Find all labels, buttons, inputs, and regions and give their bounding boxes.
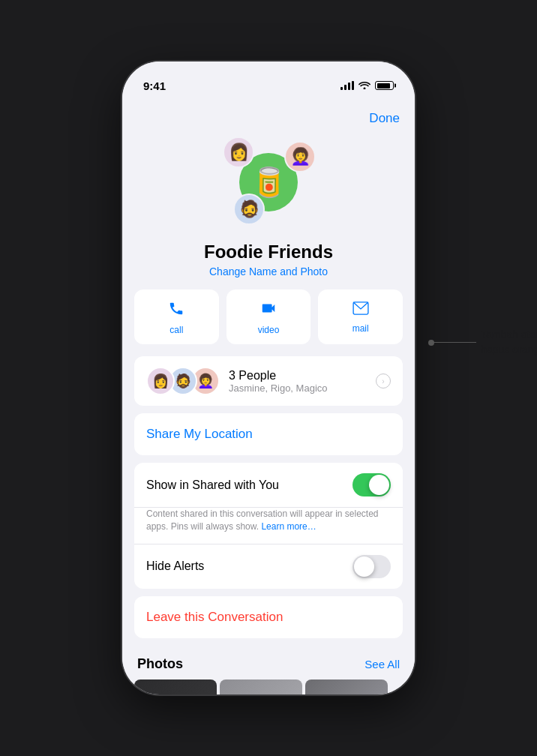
- call-label: call: [170, 325, 183, 335]
- wifi-icon: [358, 80, 370, 92]
- status-time: 9:41: [143, 80, 166, 92]
- call-icon: [168, 300, 184, 320]
- call-button[interactable]: call: [134, 290, 219, 344]
- chevron-right-icon: ›: [376, 374, 391, 388]
- people-row[interactable]: 👩 🧔 👩‍🦱 3 People Jasmine, Rigo, Magico ›: [134, 356, 403, 406]
- leave-conversation-card[interactable]: Leave this Conversation: [134, 596, 403, 638]
- toggle-thumb-on: [369, 475, 389, 495]
- video-label: video: [258, 325, 280, 335]
- photos-row: 👩: [134, 680, 403, 694]
- photos-title: Photos: [137, 656, 183, 672]
- avatar-top-left: 👩: [223, 136, 254, 168]
- action-buttons-row: call video: [134, 290, 403, 344]
- toggle-thumb-off: [354, 556, 374, 577]
- signal-icon: [340, 81, 354, 90]
- shared-with-you-row: Show in Shared with You: [134, 463, 403, 508]
- photo-thumb-3: [305, 680, 388, 694]
- group-emoji: 🥫: [251, 166, 286, 199]
- learn-more-link[interactable]: Learn more…: [261, 521, 316, 532]
- shared-with-you-label: Show in Shared with You: [146, 478, 352, 492]
- avatar-bottom-left: 🧔: [233, 194, 265, 225]
- share-location-text: Share My Location: [146, 427, 253, 441]
- share-location-card[interactable]: Share My Location: [134, 413, 403, 455]
- done-button[interactable]: Done: [369, 111, 400, 126]
- callout-annotation: Tambah atauhapus orang.: [431, 328, 537, 357]
- photo-thumb-2: 👩: [220, 680, 302, 694]
- mail-button[interactable]: mail: [318, 290, 403, 344]
- people-avatars: 👩 🧔 👩‍🦱: [146, 367, 220, 395]
- hide-alerts-label: Hide Alerts: [146, 560, 352, 573]
- people-info: 3 People Jasmine, Rigo, Magico: [229, 369, 376, 394]
- settings-card: Show in Shared with You Content shared i…: [134, 463, 403, 589]
- photo-thumb-1: [134, 680, 217, 694]
- status-icons: [340, 80, 394, 92]
- photos-header: Photos See All: [134, 646, 403, 680]
- mail-label: mail: [352, 323, 369, 334]
- leave-conversation-text: Leave this Conversation: [146, 610, 283, 624]
- callout-dot: [428, 340, 434, 346]
- video-icon: [260, 300, 277, 320]
- group-name: Foodie Friends: [204, 242, 333, 262]
- shared-with-you-description: Content shared in this conversation will…: [134, 508, 403, 544]
- change-name-photo-link[interactable]: Change Name and Photo: [209, 266, 328, 278]
- group-header: 🥫 👩 👩‍🦱 🧔 Foodie: [134, 134, 403, 290]
- see-all-button[interactable]: See All: [364, 658, 400, 670]
- done-row: Done: [134, 99, 403, 134]
- mail-icon: [352, 302, 369, 319]
- shared-with-you-toggle[interactable]: [352, 473, 391, 496]
- video-button[interactable]: video: [226, 290, 311, 344]
- callout-line: [431, 342, 476, 343]
- people-card: 👩 🧔 👩‍🦱 3 People Jasmine, Rigo, Magico ›: [134, 356, 403, 406]
- battery-icon: [375, 81, 394, 90]
- people-count: 3 People: [229, 369, 376, 382]
- avatar-top-right: 👩‍🦱: [284, 141, 316, 172]
- people-names: Jasmine, Rigo, Magico: [229, 382, 376, 394]
- photos-section: Photos See All 👩: [134, 646, 403, 694]
- hide-alerts-row: Hide Alerts: [134, 544, 403, 589]
- callout-text: Tambah atauhapus orang.: [481, 328, 537, 357]
- avatar-cluster: 🥫 👩 👩‍🦱 🧔: [220, 134, 317, 231]
- hide-alerts-toggle[interactable]: [352, 555, 391, 578]
- person-avatar-1: 👩: [146, 367, 175, 395]
